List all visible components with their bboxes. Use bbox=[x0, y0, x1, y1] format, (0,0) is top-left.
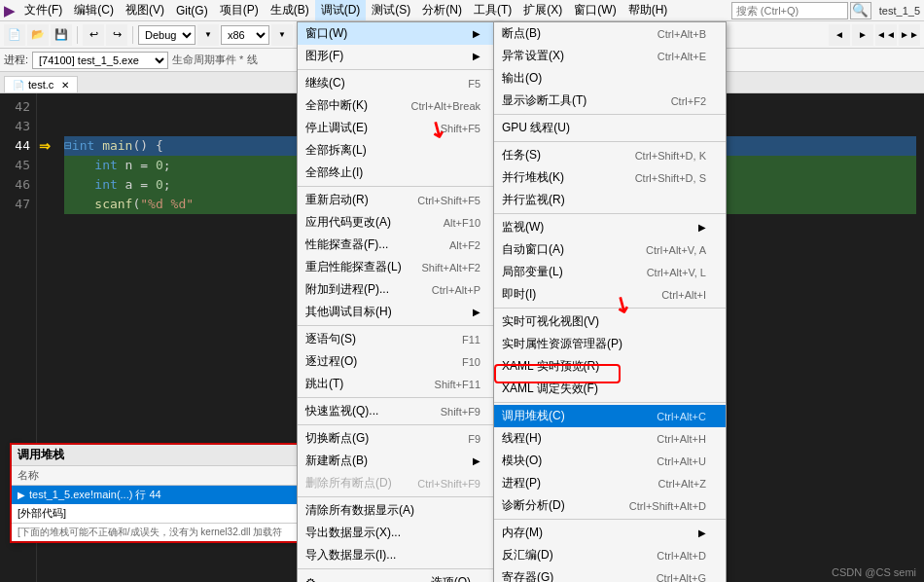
sep2 bbox=[132, 26, 133, 44]
menu-item-build[interactable]: 生成(B) bbox=[265, 0, 315, 20]
search-input[interactable] bbox=[731, 2, 848, 19]
arch-combo-arrow[interactable]: ▼ bbox=[271, 24, 293, 46]
debug-menu-item-profiler[interactable]: 性能探查器(F)...Alt+F2 bbox=[298, 234, 500, 256]
window-menu-item-live-visual[interactable]: 实时可视化视图(V) bbox=[494, 310, 726, 333]
menu-item-test[interactable]: 测试(S) bbox=[366, 0, 416, 20]
window-submenu: 断点(B)Ctrl+Alt+B 异常设置(X)Ctrl+Alt+E 输出(O) … bbox=[493, 21, 727, 582]
bm-btn3[interactable]: ◄◄ bbox=[875, 24, 897, 46]
lifecycle-label: 生命周期事件 * bbox=[172, 53, 243, 67]
window-menu-sep-2 bbox=[494, 213, 726, 214]
menu-item-git[interactable]: Git(G) bbox=[170, 2, 214, 19]
debug-menu-item-terminate[interactable]: 全部终止(I) bbox=[298, 162, 500, 184]
app-icon: ▶ bbox=[4, 3, 15, 18]
line-num-44: 44 bbox=[6, 136, 30, 156]
window-menu-item-registers[interactable]: 寄存器(G)Ctrl+Alt+G bbox=[494, 566, 726, 582]
debug-menu-item-step-into[interactable]: 逐语句(S)F11 bbox=[298, 328, 500, 350]
menu-item-extensions[interactable]: 扩展(X) bbox=[517, 0, 568, 20]
redo-btn[interactable]: ↪ bbox=[106, 24, 127, 46]
debug-menu-item-options[interactable]: ⚙选项(O)... bbox=[298, 571, 500, 582]
watermark: CSDN @CS semi bbox=[832, 566, 916, 578]
debug-menu-item-continue[interactable]: 继续(C)F5 bbox=[298, 72, 500, 94]
window-menu-item-modules[interactable]: 模块(O)Ctrl+Alt+U bbox=[494, 450, 726, 472]
tab-label: test.c bbox=[28, 79, 53, 91]
window-menu-sep-1 bbox=[494, 141, 726, 142]
debug-menu-item-attach[interactable]: 附加到进程(P)...Ctrl+Alt+P bbox=[298, 278, 500, 301]
window-menu-item-processes[interactable]: 进程(P)Ctrl+Alt+Z bbox=[494, 472, 726, 494]
window-menu-item-parallel-stacks[interactable]: 并行堆栈(K)Ctrl+Shift+D, S bbox=[494, 166, 726, 189]
debug-menu-sep-4 bbox=[298, 424, 500, 425]
bm-btn1[interactable]: ◄ bbox=[829, 24, 850, 46]
tab-close-icon[interactable]: ✕ bbox=[61, 80, 69, 91]
window-menu-item-diagnostic[interactable]: 显示诊断工具(T)Ctrl+F2 bbox=[494, 90, 726, 112]
window-menu-item-locals[interactable]: 局部变量(L)Ctrl+Alt+V, L bbox=[494, 261, 726, 283]
window-menu-item-parallel-watch[interactable]: 并行监视(R) bbox=[494, 189, 726, 211]
new-btn[interactable]: 📄 bbox=[4, 24, 25, 46]
debug-menu-item-import-displays[interactable]: 导入数据显示(I)... bbox=[298, 544, 500, 566]
call-stack-col: 名称 bbox=[12, 466, 309, 486]
window-menu-item-immediate[interactable]: 即时(I)Ctrl+Alt+I bbox=[494, 283, 726, 306]
debug-menu: 窗口(W)▶ 图形(F)▶ 继续(C)F5 全部中断(K)Ctrl+Alt+Br… bbox=[297, 21, 501, 582]
line-num-42: 42 bbox=[6, 97, 30, 117]
tab-test-c[interactable]: 📄 test.c ✕ bbox=[4, 76, 78, 92]
process-combo[interactable]: [74100] test_1_5.exe bbox=[32, 52, 168, 69]
window-menu-item-diag-analysis[interactable]: 诊断分析(D)Ctrl+Shift+Alt+D bbox=[494, 494, 726, 517]
debug-menu-item-export-displays[interactable]: 导出数据显示(X)... bbox=[298, 522, 500, 544]
window-menu-item-breakpoints[interactable]: 断点(B)Ctrl+Alt+B bbox=[494, 22, 726, 45]
window-menu-item-disassembly[interactable]: 反汇编(D)Ctrl+Alt+D bbox=[494, 544, 726, 566]
arch-combo[interactable]: x86 bbox=[221, 25, 269, 45]
window-menu-item-xaml-preview[interactable]: XAML 实时预览(R) bbox=[494, 355, 726, 378]
debug-menu-item-restart-profiler[interactable]: 重启性能探查器(L)Shift+Alt+F2 bbox=[298, 256, 500, 278]
debug-menu-item-other-targets[interactable]: 其他调试目标(H)▶ bbox=[298, 301, 500, 323]
debug-menu-item-break-all[interactable]: 全部中断(K)Ctrl+Alt+Break bbox=[298, 94, 500, 117]
menu-item-file[interactable]: 文件(F) bbox=[18, 0, 68, 20]
debug-menu-item-step-over[interactable]: 逐过程(O)F10 bbox=[298, 350, 500, 373]
menu-item-edit[interactable]: 编辑(C) bbox=[68, 0, 120, 20]
menu-item-help[interactable]: 帮助(H) bbox=[622, 0, 674, 20]
window-menu-item-autos[interactable]: 自动窗口(A)Ctrl+Alt+V, A bbox=[494, 238, 726, 261]
window-menu-item-exceptions[interactable]: 异常设置(X)Ctrl+Alt+E bbox=[494, 45, 726, 67]
menu-item-view[interactable]: 视图(V) bbox=[120, 0, 170, 20]
debug-menu-item-stop[interactable]: 停止调试(E)Shift+F5 bbox=[298, 117, 500, 139]
window-menu-item-output[interactable]: 输出(O) bbox=[494, 67, 726, 90]
window-menu-item-threads[interactable]: 线程(H)Ctrl+Alt+H bbox=[494, 427, 726, 450]
undo-btn[interactable]: ↩ bbox=[83, 24, 104, 46]
debug-menu-item-clear-displays[interactable]: 清除所有数据显示(A) bbox=[298, 499, 500, 522]
window-menu-item-xaml-diag[interactable]: XAML 调定失效(F) bbox=[494, 378, 726, 400]
debug-menu-item-window[interactable]: 窗口(W)▶ bbox=[298, 22, 500, 45]
window-menu-item-tasks[interactable]: 任务(S)Ctrl+Shift+D, K bbox=[494, 144, 726, 166]
arrow-icon: ▶ bbox=[18, 490, 25, 500]
debug-config-combo[interactable]: Debug bbox=[138, 25, 195, 45]
debug-menu-item-delete-all-bp[interactable]: 删除所有断点(D)Ctrl+Shift+F9 bbox=[298, 472, 500, 494]
bm-btn4[interactable]: ►► bbox=[899, 24, 920, 46]
menu-item-analyze[interactable]: 分析(N) bbox=[416, 0, 468, 20]
menu-item-window[interactable]: 窗口(W) bbox=[568, 0, 622, 20]
debug-combo-arrow[interactable]: ▼ bbox=[197, 24, 219, 46]
save-btn[interactable]: 💾 bbox=[51, 24, 72, 46]
window-menu-item-gpu-threads[interactable]: GPU 线程(U) bbox=[494, 117, 726, 139]
call-stack-row-1[interactable]: [外部代码] bbox=[12, 504, 309, 523]
menu-item-project[interactable]: 项目(P) bbox=[214, 0, 265, 20]
debug-menu-sep-0 bbox=[298, 69, 500, 70]
debug-menu-item-new-bp[interactable]: 新建断点(B)▶ bbox=[298, 450, 500, 472]
debug-menu-item-detach[interactable]: 全部拆离(L) bbox=[298, 139, 500, 162]
debug-menu-item-toggle-bp[interactable]: 切换断点(G)F9 bbox=[298, 427, 500, 450]
window-menu-sep-0 bbox=[494, 114, 726, 115]
debug-menu-item-restart[interactable]: 重新启动(R)Ctrl+Shift+F5 bbox=[298, 189, 500, 211]
search-button[interactable]: 🔍 bbox=[850, 2, 871, 19]
process-label: 进程: bbox=[4, 53, 28, 67]
debug-menu-item-apply-changes[interactable]: 应用代码更改(A)Alt+F10 bbox=[298, 211, 500, 234]
bm-btn2[interactable]: ► bbox=[852, 24, 873, 46]
menu-item-tools[interactable]: 工具(T) bbox=[468, 0, 517, 20]
window-menu-item-live-props[interactable]: 实时属性资源管理器(P) bbox=[494, 333, 726, 355]
debug-menu-item-graphics[interactable]: 图形(F)▶ bbox=[298, 45, 500, 67]
open-btn[interactable]: 📂 bbox=[27, 24, 49, 46]
window-menu-item-callstack[interactable]: 调用堆栈(C)Ctrl+Alt+C bbox=[494, 405, 726, 427]
call-stack-row-0[interactable]: ▶ test_1_5.exe!main(...) 行 44 bbox=[12, 486, 309, 504]
window-menu-item-watch[interactable]: 监视(W)▶ bbox=[494, 216, 726, 238]
debug-menu-item-quickwatch[interactable]: 快速监视(Q)...Shift+F9 bbox=[298, 400, 500, 422]
debug-menu-item-step-out[interactable]: 跳出(T)Shift+F11 bbox=[298, 373, 500, 395]
tab-icon: 📄 bbox=[13, 80, 24, 91]
menu-item-debug[interactable]: 调试(D) bbox=[315, 0, 367, 20]
debug-menu-sep-2 bbox=[298, 325, 500, 326]
window-menu-item-memory[interactable]: 内存(M)▶ bbox=[494, 522, 726, 544]
